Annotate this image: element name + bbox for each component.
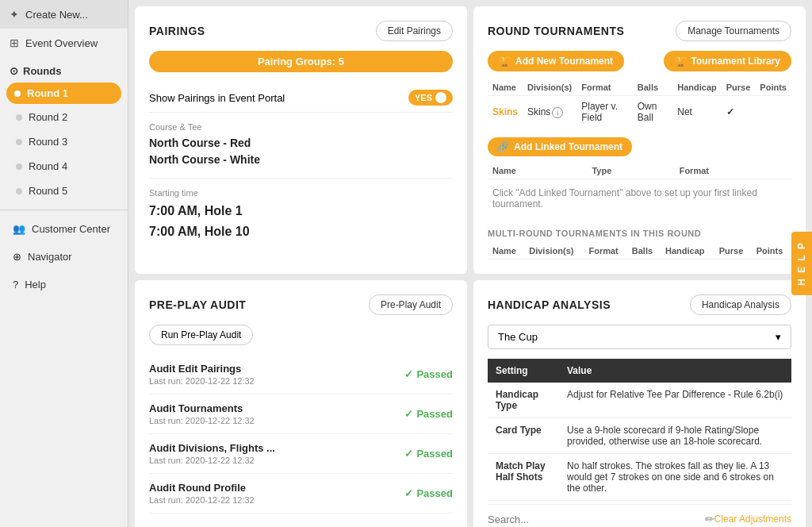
course-tee-label: Course & Tee — [149, 122, 453, 132]
portal-toggle[interactable]: YES — [408, 90, 453, 106]
info-icon[interactable]: i — [552, 107, 563, 118]
add-linked-tournament-button[interactable]: 🔗 Add Linked Tournament — [488, 137, 632, 156]
sidebar-item-round3[interactable]: Round 3 — [6, 130, 121, 153]
help-button[interactable]: ? Help — [0, 271, 128, 298]
ha-search-row: ✏ Clear Adjustments — [488, 504, 791, 525]
rt-col-format: Format — [576, 79, 633, 96]
chevron-down-icon: ▾ — [776, 331, 781, 343]
customer-center-label: Customer Center — [32, 223, 110, 235]
rounds-icon: ⊙ — [10, 65, 18, 77]
multi-col-purse: Purse — [714, 243, 752, 260]
multi-col-divisions: Division(s) — [524, 243, 584, 260]
pre-play-audit-card: PRE-PLAY AUDIT Pre-Play Audit Run Pre-Pl… — [135, 280, 467, 527]
round-tournaments-card: ROUND TOURNAMENTS Manage Tournaments 🏆 A… — [473, 6, 806, 274]
linked-add-icon: 🔗 — [497, 141, 509, 152]
rt-col-handicap: Handicap — [672, 79, 722, 96]
ha-value-0: Adjust for Relative Tee Par Difference -… — [559, 383, 791, 418]
help-icon: ? — [13, 279, 18, 290]
multi-col-handicap: Handicap — [661, 243, 714, 260]
round2-dot — [16, 114, 22, 121]
multi-col-balls: Balls — [627, 243, 661, 260]
navigator-button[interactable]: ⊕ Navigator — [0, 243, 128, 271]
table-row: Handicap Type Adjust for Relative Tee Pa… — [488, 383, 791, 418]
handicap-analysis-button[interactable]: Handicap Analysis — [690, 294, 791, 315]
round1-dot — [14, 90, 21, 97]
check-icon: ✓ — [404, 368, 413, 380]
navigator-icon: ⊕ — [13, 251, 21, 263]
audit-item-edit-pairings: Audit Edit Pairings Last run: 2020-12-22… — [149, 355, 453, 394]
toggle-circle — [435, 92, 446, 103]
sidebar-item-round5[interactable]: Round 5 — [6, 179, 121, 202]
sidebar-divider — [0, 210, 128, 210]
audit-item-name: Audit Round Profile — [149, 482, 255, 494]
run-pre-play-audit-button[interactable]: Run Pre-Play Audit — [149, 325, 253, 345]
customer-center-button[interactable]: 👥 Customer Center — [0, 215, 128, 243]
ha-setting-2: Match Play Half Shots — [488, 454, 559, 501]
rt-row-balls: Own Ball — [633, 96, 672, 129]
pre-play-audit-button[interactable]: Pre-Play Audit — [369, 294, 453, 315]
audit-item-date: Last run: 2020-12-22 12:32 — [149, 376, 255, 386]
multi-table: Name Division(s) Format Balls Handicap P… — [488, 243, 791, 260]
show-portal-row: Show Pairings in Event Portal YES — [149, 83, 453, 113]
sidebar-item-round2[interactable]: Round 2 — [6, 106, 121, 129]
audit-item-tournaments: Audit Tournaments Last run: 2020-12-22 1… — [149, 394, 453, 434]
ha-dropdown-value: The Cup — [498, 331, 538, 343]
pencil-icon: ✏ — [705, 513, 714, 525]
ha-table: Setting Value Handicap Type Adjust for R… — [488, 359, 791, 501]
starting-time-1: 7:00 AM, Hole 1 — [149, 201, 453, 221]
audit-item-name: Audit Edit Pairings — [149, 363, 255, 375]
create-icon: ✦ — [10, 8, 19, 21]
round4-dot — [16, 163, 22, 170]
table-row: Skins Skinsi Player v. Field Own Ball Ne… — [488, 96, 791, 129]
multi-col-name: Name — [488, 243, 524, 260]
starting-time-section: Starting time 7:00 AM, Hole 1 7:00 AM, H… — [149, 188, 453, 241]
linked-col-name: Name — [488, 163, 587, 179]
ha-value-2: No half strokes. The strokes fall as the… — [559, 454, 791, 501]
rt-col-purse: Purse — [722, 79, 756, 96]
multi-col-format: Format — [584, 243, 626, 260]
course-tee-section: Course & Tee North Course - Red North Co… — [149, 122, 453, 168]
sidebar-item-round4[interactable]: Round 4 — [6, 155, 121, 178]
audit-item-date: Last run: 2020-12-22 12:32 — [149, 495, 255, 505]
create-new-button[interactable]: ✦ Create New... — [0, 0, 128, 29]
audit-item-status: ✓ Passed — [404, 448, 453, 460]
ha-setting-1: Card Type — [488, 418, 559, 454]
help-tab[interactable]: H E L P — [791, 232, 812, 295]
rt-row-purse: ✓ — [722, 96, 756, 129]
linked-col-format: Format — [675, 163, 791, 179]
ha-search-input[interactable] — [488, 514, 705, 525]
course-line-1: North Course - Red — [149, 135, 453, 152]
starting-time-label: Starting time — [149, 188, 453, 198]
rounds-section-label: ⊙ Rounds — [0, 57, 128, 80]
ha-dropdown[interactable]: The Cup ▾ — [488, 325, 791, 349]
check-icon: ✓ — [404, 487, 413, 499]
linked-table: Name Type Format Click "Add Linked Tourn… — [488, 163, 791, 217]
toggle-yes-label: YES — [415, 93, 432, 102]
add-new-tournament-button[interactable]: 🏆 Add New Tournament — [488, 51, 624, 71]
linked-col-type: Type — [587, 163, 674, 179]
rt-col-balls: Balls — [633, 79, 672, 96]
calendar-icon: ⊞ — [10, 37, 19, 49]
check-icon: ✓ — [404, 448, 413, 460]
tournament-library-button[interactable]: 🏆 Tournament Library — [664, 51, 791, 71]
add-new-icon: 🏆 — [499, 56, 511, 67]
multi-round-section: MULTI-ROUND TOURNAMENTS IN THIS ROUND Na… — [488, 229, 791, 260]
audit-item-divisions: Audit Divisions, Flights ... Last run: 2… — [149, 434, 453, 474]
library-icon: 🏆 — [675, 56, 687, 67]
sidebar-item-round1[interactable]: Round 1 — [6, 83, 121, 104]
rt-table: Name Division(s) Format Balls Handicap P… — [488, 79, 791, 128]
round2-label: Round 2 — [29, 111, 67, 123]
event-overview-label: Event Overview — [25, 37, 98, 49]
edit-pairings-button[interactable]: Edit Pairings — [376, 21, 453, 41]
round3-label: Round 3 — [29, 136, 67, 148]
starting-time-2: 7:00 AM, Hole 10 — [149, 221, 453, 242]
event-overview-button[interactable]: ⊞ Event Overview — [0, 29, 128, 57]
main-content: PAIRINGS Edit Pairings Pairing Groups: 5… — [128, 0, 812, 527]
rt-col-points: Points — [755, 79, 791, 96]
pairings-title: PAIRINGS — [149, 25, 205, 37]
manage-tournaments-button[interactable]: Manage Tournaments — [676, 21, 791, 41]
course-line-2: North Course - White — [149, 152, 453, 168]
show-portal-label: Show Pairings in Event Portal — [149, 92, 285, 104]
audit-header: PRE-PLAY AUDIT Pre-Play Audit — [149, 294, 453, 315]
ha-clear-adjustments-button[interactable]: Clear Adjustments — [714, 514, 791, 525]
